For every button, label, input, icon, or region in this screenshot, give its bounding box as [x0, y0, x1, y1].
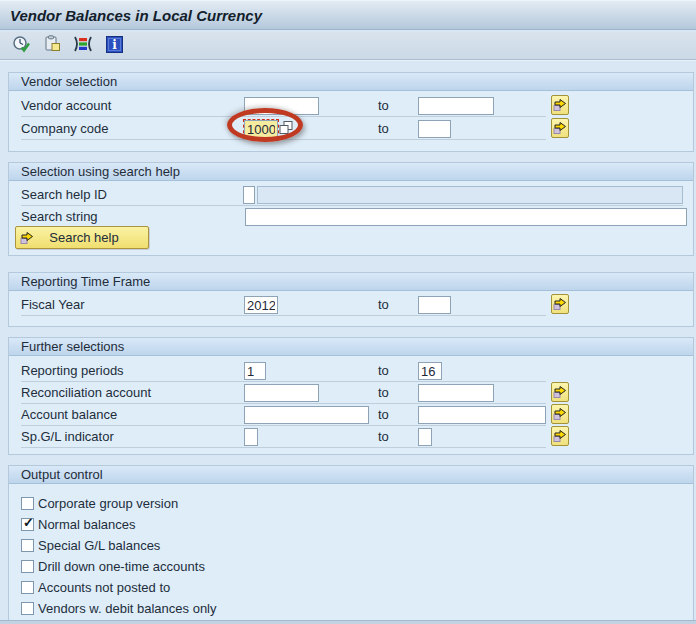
vendor-account-from-input[interactable] [244, 97, 319, 115]
to-label: to [378, 407, 389, 422]
search-help-button[interactable]: Search help [15, 226, 149, 249]
section-title: Output control [9, 466, 693, 484]
fiscal-year-multiselect-button[interactable] [551, 294, 569, 314]
reconciliation-account-multiselect-button[interactable] [551, 382, 569, 402]
checkbox-row-accounts-not-posted-to: Accounts not posted to [21, 579, 170, 595]
spgl-indicator-multiselect-button[interactable] [551, 426, 569, 446]
multiselect-arrow-icon [553, 98, 567, 112]
checkbox-label: Corporate group version [38, 496, 178, 511]
to-label: to [378, 98, 389, 113]
account-balance-multiselect-button[interactable] [551, 404, 569, 424]
field-label: Search help ID [21, 187, 107, 202]
fiscal-year-from-input[interactable] [244, 296, 278, 314]
field-label: Search string [21, 209, 98, 224]
reconciliation-account-to-input[interactable] [418, 384, 494, 402]
window-titlebar: Vendor Balances in Local Currency [0, 0, 696, 30]
get-variant-icon [43, 35, 61, 56]
reporting-periods-row: Reporting periods to [21, 360, 546, 382]
field-label: Fiscal Year [21, 297, 85, 312]
company-code-from-input[interactable] [244, 120, 278, 138]
multiselect-arrow-icon [553, 297, 567, 311]
field-label: Account balance [21, 407, 117, 422]
window-bottom-edge [0, 620, 696, 624]
section-title: Vendor selection [9, 73, 693, 91]
section-output-control: Output control Corporate group version N… [8, 465, 694, 620]
execute-button[interactable] [10, 36, 32, 56]
section-reporting-time-frame: Reporting Time Frame Fiscal Year to [8, 272, 694, 327]
checkbox-label: Vendors w. debit balances only [38, 601, 217, 616]
search-help-button-label: Search help [34, 230, 144, 245]
vendor-account-multiselect-button[interactable] [551, 95, 569, 115]
to-label: to [378, 363, 389, 378]
sap-selection-screen: Vendor Balances in Local Currency [0, 0, 696, 624]
search-help-id-row: Search help ID [21, 184, 683, 206]
accounts-not-posted-to-checkbox[interactable] [21, 581, 34, 594]
company-code-to-input[interactable] [418, 120, 451, 138]
search-string-input[interactable] [245, 208, 687, 226]
reporting-periods-to-input[interactable] [418, 362, 442, 380]
vendor-account-to-input[interactable] [418, 97, 494, 115]
to-label: to [378, 429, 389, 444]
to-label: to [378, 385, 389, 400]
search-string-row: Search string [21, 206, 687, 228]
field-label: Reconciliation account [21, 385, 151, 400]
copy-values-icon[interactable] [278, 120, 294, 136]
fiscal-year-row: Fiscal Year to [21, 294, 546, 316]
account-balance-to-input[interactable] [418, 406, 546, 424]
section-vendor-selection: Vendor selection Vendor account to Compa… [8, 72, 694, 152]
reconciliation-account-row: Reconciliation account to [21, 382, 546, 404]
section-further-selections: Further selections Reporting periods to … [8, 337, 694, 455]
checkbox-label: Special G/L balances [38, 538, 160, 553]
multiselect-arrow-icon [553, 429, 567, 443]
normal-balances-checkbox[interactable] [21, 518, 34, 531]
field-label: Vendor account [21, 98, 111, 113]
multiselect-arrow-icon [553, 121, 567, 135]
corporate-group-version-checkbox[interactable] [21, 497, 34, 510]
reconciliation-account-from-input[interactable] [244, 384, 319, 402]
search-help-id-display [257, 186, 683, 204]
section-title: Further selections [9, 338, 693, 356]
checkbox-label: Accounts not posted to [38, 580, 170, 595]
information-button[interactable]: i [103, 36, 125, 56]
company-code-multiselect-button[interactable] [551, 118, 569, 138]
section-title: Selection using search help [9, 163, 693, 181]
spgl-indicator-from-input[interactable] [244, 428, 258, 446]
field-label: Company code [21, 121, 108, 136]
dynamic-selections-button[interactable] [72, 36, 94, 56]
special-gl-balances-checkbox[interactable] [21, 539, 34, 552]
company-code-row: Company code to [21, 118, 546, 140]
multiselect-arrow-icon [553, 385, 567, 399]
svg-text:i: i [112, 38, 117, 52]
to-label: to [378, 297, 389, 312]
spgl-indicator-row: Sp.G/L indicator to [21, 426, 546, 448]
checkbox-row-corporate-group-version: Corporate group version [21, 495, 178, 511]
checkbox-label: Normal balances [38, 517, 136, 532]
to-label: to [378, 121, 389, 136]
checkbox-row-normal-balances: Normal balances [21, 516, 136, 532]
vendors-debit-balances-only-checkbox[interactable] [21, 602, 34, 615]
account-balance-row: Account balance to [21, 404, 546, 426]
dynamic-selections-icon [72, 35, 94, 56]
field-label: Reporting periods [21, 363, 124, 378]
checkbox-label: Drill down one-time accounts [38, 559, 205, 574]
checkbox-row-drill-down-one-time-accounts: Drill down one-time accounts [21, 558, 205, 574]
checkbox-row-special-gl-balances: Special G/L balances [21, 537, 160, 553]
section-search-help: Selection using search help Search help … [8, 162, 694, 256]
application-toolbar: i [0, 32, 696, 60]
search-help-arrow-icon [20, 231, 34, 245]
spgl-indicator-to-input[interactable] [418, 428, 432, 446]
multiselect-arrow-icon [553, 407, 567, 421]
field-label: Sp.G/L indicator [21, 429, 114, 444]
account-balance-from-input[interactable] [244, 406, 369, 424]
get-variant-button[interactable] [41, 36, 63, 56]
vendor-account-row: Vendor account to [21, 95, 546, 117]
execute-clock-icon [12, 35, 30, 56]
drill-down-one-time-accounts-checkbox[interactable] [21, 560, 34, 573]
page-title: Vendor Balances in Local Currency [10, 7, 262, 24]
section-title: Reporting Time Frame [9, 273, 693, 291]
info-icon: i [106, 36, 123, 56]
reporting-periods-from-input[interactable] [244, 362, 266, 380]
fiscal-year-to-input[interactable] [418, 296, 451, 314]
search-help-id-input[interactable] [243, 186, 255, 204]
checkbox-row-vendors-debit-balances-only: Vendors w. debit balances only [21, 600, 217, 616]
